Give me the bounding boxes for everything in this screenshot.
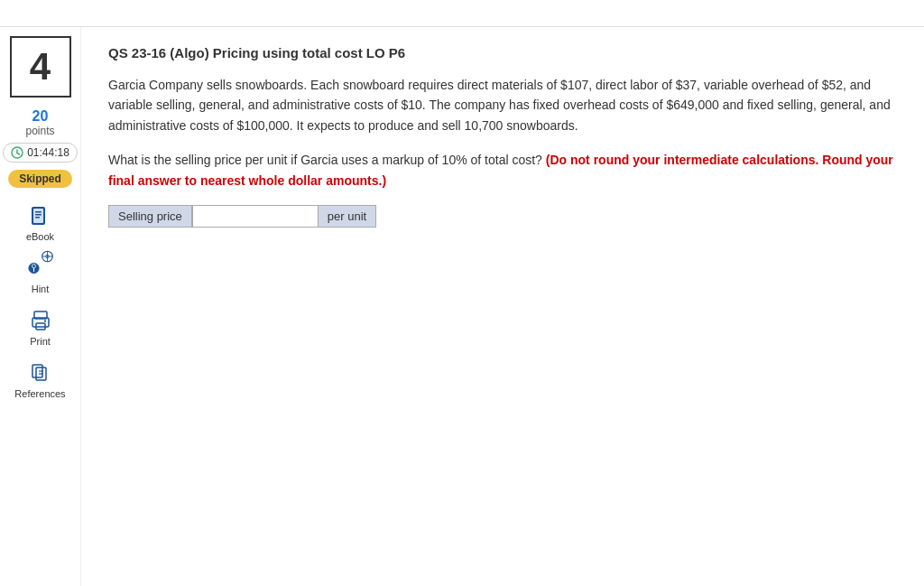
points-label: points [25,125,54,137]
references-action[interactable]: References [14,359,65,399]
page-wrapper: 4 20 points 01:44:18 Skipped [0,0,924,586]
svg-line-2 [17,153,20,155]
question-prompt: What is the selling price per unit if Ga… [108,150,897,191]
svg-rect-5 [35,211,42,213]
answer-row: Selling price per unit [108,205,897,228]
content-area: QS 23-16 (Algo) Pricing using total cost… [81,27,924,586]
ebook-label: eBook [26,231,54,242]
print-label: Print [30,336,51,347]
question-number-box: 4 [10,36,71,98]
svg-rect-20 [44,321,46,322]
skipped-badge: Skipped [8,170,72,188]
points-number: 20 [25,108,54,125]
skipped-label: Skipped [19,172,61,185]
timer-value: 01:44:18 [27,146,69,159]
svg-rect-4 [33,209,43,223]
hint-icon [27,255,54,282]
answer-label: Selling price [108,205,192,228]
references-icon [26,359,53,386]
points-section: 20 points [25,108,54,137]
question-number: 4 [30,45,51,88]
top-bar [0,0,924,27]
ebook-action[interactable]: eBook [26,202,54,242]
selling-price-input[interactable] [192,205,319,228]
sidebar: 4 20 points 01:44:18 Skipped [0,27,81,586]
svg-rect-6 [35,214,42,216]
clock-icon [11,146,23,159]
main-area: 4 20 points 01:44:18 Skipped [0,27,924,586]
print-icon [27,307,54,334]
svg-rect-7 [35,217,40,219]
hint-label: Hint [32,284,50,294]
ebook-icon [26,202,53,229]
answer-suffix: per unit [319,205,376,228]
hint-action[interactable]: Hint [27,255,54,294]
timer-badge: 01:44:18 [3,143,78,163]
print-action[interactable]: Print [27,307,54,347]
question-title: QS 23-16 (Algo) Pricing using total cost… [108,45,897,60]
references-label: References [14,388,65,399]
prompt-text: What is the selling price per unit if Ga… [108,153,542,167]
question-body: Garcia Company sells snowboards. Each sn… [108,75,897,135]
